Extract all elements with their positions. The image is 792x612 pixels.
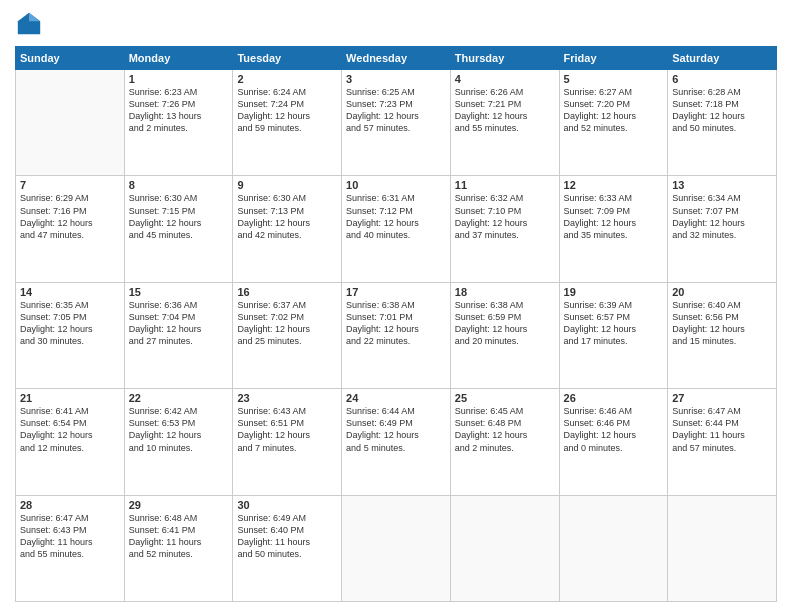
- day-cell: 21Sunrise: 6:41 AMSunset: 6:54 PMDayligh…: [16, 389, 125, 495]
- day-info: Sunrise: 6:31 AMSunset: 7:12 PMDaylight:…: [346, 192, 446, 241]
- day-info: Sunrise: 6:28 AMSunset: 7:18 PMDaylight:…: [672, 86, 772, 135]
- day-number: 20: [672, 286, 772, 298]
- day-number: 6: [672, 73, 772, 85]
- day-number: 14: [20, 286, 120, 298]
- day-cell: 30Sunrise: 6:49 AMSunset: 6:40 PMDayligh…: [233, 495, 342, 601]
- day-number: 13: [672, 179, 772, 191]
- weekday-header-thursday: Thursday: [450, 47, 559, 70]
- day-info: Sunrise: 6:38 AMSunset: 7:01 PMDaylight:…: [346, 299, 446, 348]
- day-info: Sunrise: 6:35 AMSunset: 7:05 PMDaylight:…: [20, 299, 120, 348]
- day-number: 12: [564, 179, 664, 191]
- logo: [15, 10, 47, 38]
- day-info: Sunrise: 6:29 AMSunset: 7:16 PMDaylight:…: [20, 192, 120, 241]
- day-cell: 1Sunrise: 6:23 AMSunset: 7:26 PMDaylight…: [124, 70, 233, 176]
- day-cell: 26Sunrise: 6:46 AMSunset: 6:46 PMDayligh…: [559, 389, 668, 495]
- day-cell: 15Sunrise: 6:36 AMSunset: 7:04 PMDayligh…: [124, 282, 233, 388]
- weekday-header-row: SundayMondayTuesdayWednesdayThursdayFrid…: [16, 47, 777, 70]
- weekday-header-sunday: Sunday: [16, 47, 125, 70]
- day-cell: 2Sunrise: 6:24 AMSunset: 7:24 PMDaylight…: [233, 70, 342, 176]
- day-number: 30: [237, 499, 337, 511]
- weekday-header-friday: Friday: [559, 47, 668, 70]
- day-info: Sunrise: 6:37 AMSunset: 7:02 PMDaylight:…: [237, 299, 337, 348]
- day-info: Sunrise: 6:39 AMSunset: 6:57 PMDaylight:…: [564, 299, 664, 348]
- day-cell: 18Sunrise: 6:38 AMSunset: 6:59 PMDayligh…: [450, 282, 559, 388]
- day-number: 2: [237, 73, 337, 85]
- day-cell: 12Sunrise: 6:33 AMSunset: 7:09 PMDayligh…: [559, 176, 668, 282]
- logo-icon: [15, 10, 43, 38]
- day-info: Sunrise: 6:26 AMSunset: 7:21 PMDaylight:…: [455, 86, 555, 135]
- day-number: 23: [237, 392, 337, 404]
- page: SundayMondayTuesdayWednesdayThursdayFrid…: [0, 0, 792, 612]
- day-number: 7: [20, 179, 120, 191]
- day-info: Sunrise: 6:23 AMSunset: 7:26 PMDaylight:…: [129, 86, 229, 135]
- day-number: 16: [237, 286, 337, 298]
- day-cell: [16, 70, 125, 176]
- day-cell: 20Sunrise: 6:40 AMSunset: 6:56 PMDayligh…: [668, 282, 777, 388]
- day-info: Sunrise: 6:38 AMSunset: 6:59 PMDaylight:…: [455, 299, 555, 348]
- day-number: 22: [129, 392, 229, 404]
- day-info: Sunrise: 6:36 AMSunset: 7:04 PMDaylight:…: [129, 299, 229, 348]
- day-number: 11: [455, 179, 555, 191]
- day-info: Sunrise: 6:48 AMSunset: 6:41 PMDaylight:…: [129, 512, 229, 561]
- day-info: Sunrise: 6:44 AMSunset: 6:49 PMDaylight:…: [346, 405, 446, 454]
- week-row-4: 21Sunrise: 6:41 AMSunset: 6:54 PMDayligh…: [16, 389, 777, 495]
- day-cell: [342, 495, 451, 601]
- day-info: Sunrise: 6:42 AMSunset: 6:53 PMDaylight:…: [129, 405, 229, 454]
- day-number: 9: [237, 179, 337, 191]
- day-cell: 28Sunrise: 6:47 AMSunset: 6:43 PMDayligh…: [16, 495, 125, 601]
- week-row-1: 1Sunrise: 6:23 AMSunset: 7:26 PMDaylight…: [16, 70, 777, 176]
- day-number: 21: [20, 392, 120, 404]
- day-cell: 13Sunrise: 6:34 AMSunset: 7:07 PMDayligh…: [668, 176, 777, 282]
- weekday-header-monday: Monday: [124, 47, 233, 70]
- week-row-3: 14Sunrise: 6:35 AMSunset: 7:05 PMDayligh…: [16, 282, 777, 388]
- day-cell: 4Sunrise: 6:26 AMSunset: 7:21 PMDaylight…: [450, 70, 559, 176]
- day-number: 27: [672, 392, 772, 404]
- day-number: 24: [346, 392, 446, 404]
- day-cell: 22Sunrise: 6:42 AMSunset: 6:53 PMDayligh…: [124, 389, 233, 495]
- day-number: 17: [346, 286, 446, 298]
- weekday-header-saturday: Saturday: [668, 47, 777, 70]
- day-number: 10: [346, 179, 446, 191]
- weekday-header-tuesday: Tuesday: [233, 47, 342, 70]
- day-number: 4: [455, 73, 555, 85]
- week-row-5: 28Sunrise: 6:47 AMSunset: 6:43 PMDayligh…: [16, 495, 777, 601]
- day-cell: 7Sunrise: 6:29 AMSunset: 7:16 PMDaylight…: [16, 176, 125, 282]
- day-cell: 9Sunrise: 6:30 AMSunset: 7:13 PMDaylight…: [233, 176, 342, 282]
- day-cell: 29Sunrise: 6:48 AMSunset: 6:41 PMDayligh…: [124, 495, 233, 601]
- day-number: 15: [129, 286, 229, 298]
- day-cell: 6Sunrise: 6:28 AMSunset: 7:18 PMDaylight…: [668, 70, 777, 176]
- day-number: 19: [564, 286, 664, 298]
- day-cell: 24Sunrise: 6:44 AMSunset: 6:49 PMDayligh…: [342, 389, 451, 495]
- day-number: 5: [564, 73, 664, 85]
- day-number: 1: [129, 73, 229, 85]
- day-info: Sunrise: 6:25 AMSunset: 7:23 PMDaylight:…: [346, 86, 446, 135]
- day-cell: 25Sunrise: 6:45 AMSunset: 6:48 PMDayligh…: [450, 389, 559, 495]
- day-number: 28: [20, 499, 120, 511]
- day-info: Sunrise: 6:49 AMSunset: 6:40 PMDaylight:…: [237, 512, 337, 561]
- day-info: Sunrise: 6:34 AMSunset: 7:07 PMDaylight:…: [672, 192, 772, 241]
- day-info: Sunrise: 6:30 AMSunset: 7:15 PMDaylight:…: [129, 192, 229, 241]
- header: [15, 10, 777, 38]
- day-number: 8: [129, 179, 229, 191]
- day-info: Sunrise: 6:47 AMSunset: 6:44 PMDaylight:…: [672, 405, 772, 454]
- day-info: Sunrise: 6:47 AMSunset: 6:43 PMDaylight:…: [20, 512, 120, 561]
- weekday-header-wednesday: Wednesday: [342, 47, 451, 70]
- day-number: 25: [455, 392, 555, 404]
- day-info: Sunrise: 6:33 AMSunset: 7:09 PMDaylight:…: [564, 192, 664, 241]
- day-cell: [668, 495, 777, 601]
- day-cell: [559, 495, 668, 601]
- day-cell: 11Sunrise: 6:32 AMSunset: 7:10 PMDayligh…: [450, 176, 559, 282]
- day-info: Sunrise: 6:30 AMSunset: 7:13 PMDaylight:…: [237, 192, 337, 241]
- day-number: 3: [346, 73, 446, 85]
- day-cell: 3Sunrise: 6:25 AMSunset: 7:23 PMDaylight…: [342, 70, 451, 176]
- day-cell: 5Sunrise: 6:27 AMSunset: 7:20 PMDaylight…: [559, 70, 668, 176]
- svg-marker-1: [29, 13, 40, 21]
- day-cell: 8Sunrise: 6:30 AMSunset: 7:15 PMDaylight…: [124, 176, 233, 282]
- week-row-2: 7Sunrise: 6:29 AMSunset: 7:16 PMDaylight…: [16, 176, 777, 282]
- day-number: 18: [455, 286, 555, 298]
- day-info: Sunrise: 6:41 AMSunset: 6:54 PMDaylight:…: [20, 405, 120, 454]
- day-info: Sunrise: 6:40 AMSunset: 6:56 PMDaylight:…: [672, 299, 772, 348]
- day-cell: 14Sunrise: 6:35 AMSunset: 7:05 PMDayligh…: [16, 282, 125, 388]
- calendar-table: SundayMondayTuesdayWednesdayThursdayFrid…: [15, 46, 777, 602]
- day-info: Sunrise: 6:27 AMSunset: 7:20 PMDaylight:…: [564, 86, 664, 135]
